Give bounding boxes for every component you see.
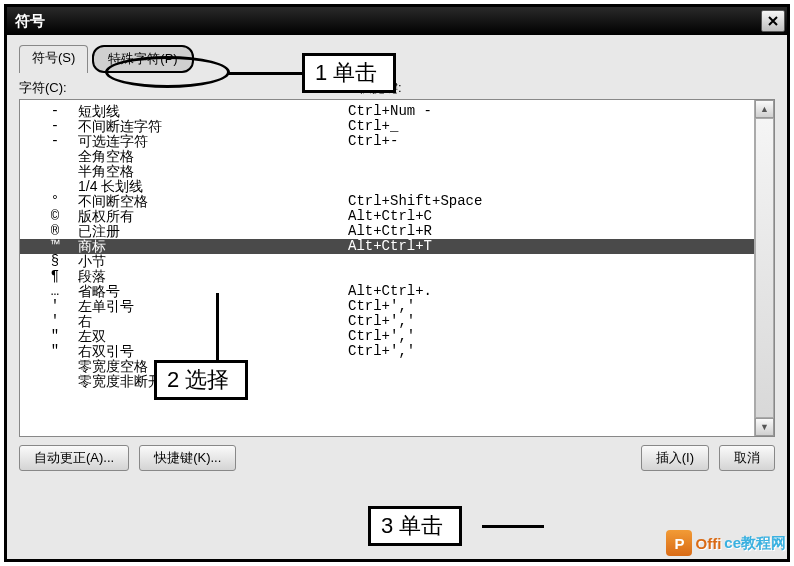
list-item-symbol: ° (32, 194, 78, 209)
list-item-symbol: - (32, 119, 78, 134)
list-item-name: 商标 (78, 239, 348, 254)
list-item-shortcut: Ctrl+Num - (348, 104, 750, 119)
callout-3: 3 单击 (368, 506, 462, 546)
callout-1-text: 1 单击 (315, 58, 377, 88)
dialog-window: 符号 符号(S) 特殊字符(P) 字符(C): 快捷键: -短划线Ctrl+Nu… (4, 4, 790, 562)
list-item-symbol: © (32, 209, 78, 224)
list-item-name: 段落 (78, 269, 348, 284)
list-item[interactable]: §小节 (20, 254, 754, 269)
list-item-name: 短划线 (78, 104, 348, 119)
list-item[interactable]: °不间断空格Ctrl+Shift+Space (20, 194, 754, 209)
list-item[interactable]: …省略号Alt+Ctrl+. (20, 284, 754, 299)
list-item[interactable]: '左单引号Ctrl+',' (20, 299, 754, 314)
list-item-symbol (32, 359, 78, 374)
special-char-listbox[interactable]: -短划线Ctrl+Num --不间断连字符Ctrl+_-可选连字符Ctrl+- … (19, 99, 775, 437)
list-item[interactable]: ¶段落 (20, 269, 754, 284)
list-item-symbol (32, 374, 78, 389)
list-item-name: 半角空格 (78, 164, 348, 179)
list-item-shortcut (348, 149, 750, 164)
dialog-title: 符号 (15, 12, 45, 31)
watermark: P Office教程网 (666, 530, 786, 556)
titlebar: 符号 (7, 7, 787, 35)
list-item-name: 小节 (78, 254, 348, 269)
list-item[interactable]: -不间断连字符Ctrl+_ (20, 119, 754, 134)
list-item[interactable]: -可选连字符Ctrl+- (20, 134, 754, 149)
list-item-symbol (32, 149, 78, 164)
list-item-shortcut: Ctrl+',' (348, 344, 750, 359)
list-item-symbol: ® (32, 224, 78, 239)
callout-1: 1 单击 (302, 53, 396, 93)
scroll-up-button[interactable]: ▲ (755, 100, 774, 118)
close-button[interactable] (761, 10, 785, 32)
list-item-shortcut (348, 359, 750, 374)
scrollbar[interactable]: ▲ ▼ (754, 100, 774, 436)
list-item-shortcut (348, 179, 750, 194)
tab-symbols[interactable]: 符号(S) (19, 45, 88, 73)
list-item-name: 已注册 (78, 224, 348, 239)
tab-symbols-label: 符号(S) (32, 50, 75, 65)
list-item-shortcut (348, 164, 750, 179)
tab-special[interactable]: 特殊字符(P) (92, 45, 193, 73)
annotation-line-2 (216, 293, 219, 365)
list-item-shortcut: Ctrl+Shift+Space (348, 194, 750, 209)
listbox-rows: -短划线Ctrl+Num --不间断连字符Ctrl+_-可选连字符Ctrl+- … (20, 100, 754, 436)
list-item-symbol: § (32, 254, 78, 269)
list-item[interactable]: ®已注册Alt+Ctrl+R (20, 224, 754, 239)
list-item-symbol: ' (32, 314, 78, 329)
list-item-symbol: ¶ (32, 269, 78, 284)
watermark-text-2: ce教程网 (724, 534, 786, 553)
list-item[interactable]: '右 Ctrl+',' (20, 314, 754, 329)
list-item-name: 全角空格 (78, 149, 348, 164)
list-item-name: 左双 (78, 329, 348, 344)
list-item-shortcut: Ctrl+',' (348, 329, 750, 344)
tab-special-label: 特殊字符(P) (108, 51, 177, 66)
list-item-shortcut: Alt+Ctrl+C (348, 209, 750, 224)
insert-button[interactable]: 插入(I) (641, 445, 709, 471)
list-item-name: 右双引号 (78, 344, 348, 359)
list-item[interactable]: 1/4 长划线 (20, 179, 754, 194)
list-item[interactable]: "左双 Ctrl+',' (20, 329, 754, 344)
list-item[interactable]: ©版权所有Alt+Ctrl+C (20, 209, 754, 224)
header-shortcut: 快捷键: (359, 79, 775, 97)
list-item[interactable]: -短划线Ctrl+Num - (20, 104, 754, 119)
scroll-thumb[interactable] (755, 118, 774, 418)
list-item-name: 不间断连字符 (78, 119, 348, 134)
list-item-symbol: " (32, 329, 78, 344)
close-icon (768, 16, 778, 26)
list-item-shortcut: Ctrl+- (348, 134, 750, 149)
scroll-down-button[interactable]: ▼ (755, 418, 774, 436)
annotation-line-3 (482, 525, 544, 528)
list-item[interactable]: 零宽度空格 (20, 359, 754, 374)
list-item-name: 可选连字符 (78, 134, 348, 149)
list-item-symbol: … (32, 284, 78, 299)
list-item-name: 右 (78, 314, 348, 329)
shortcut-key-button[interactable]: 快捷键(K)... (139, 445, 236, 471)
list-item-name: 左单引号 (78, 299, 348, 314)
list-item-symbol (32, 179, 78, 194)
autocorrect-button[interactable]: 自动更正(A)... (19, 445, 129, 471)
list-item-shortcut: Ctrl+',' (348, 314, 750, 329)
cancel-button[interactable]: 取消 (719, 445, 775, 471)
list-item-name: 不间断空格 (78, 194, 348, 209)
bottom-buttons: 自动更正(A)... 快捷键(K)... 插入(I) 取消 (19, 445, 775, 471)
list-item-symbol: - (32, 134, 78, 149)
list-item-shortcut: Alt+Ctrl+R (348, 224, 750, 239)
watermark-text-1: Offi (695, 535, 721, 552)
dialog-content: 符号(S) 特殊字符(P) 字符(C): 快捷键: -短划线Ctrl+Num -… (7, 35, 787, 559)
callout-3-text: 3 单击 (381, 511, 443, 541)
list-item-name: 1/4 长划线 (78, 179, 348, 194)
list-item[interactable]: ™商标Alt+Ctrl+T (20, 239, 754, 254)
list-item-name: 省略号 (78, 284, 348, 299)
list-item-symbol: ™ (32, 239, 78, 254)
list-item[interactable]: 零宽度非断开空格 (20, 374, 754, 389)
list-item[interactable]: 全角空格 (20, 149, 754, 164)
list-item[interactable]: "右双引号Ctrl+',' (20, 344, 754, 359)
list-item-symbol (32, 164, 78, 179)
callout-2-text: 2 选择 (167, 365, 229, 395)
list-item-shortcut (348, 254, 750, 269)
list-item-symbol: " (32, 344, 78, 359)
list-item[interactable]: 半角空格 (20, 164, 754, 179)
annotation-line-1 (228, 72, 306, 75)
list-item-shortcut (348, 269, 750, 284)
list-item-shortcut (348, 374, 750, 389)
